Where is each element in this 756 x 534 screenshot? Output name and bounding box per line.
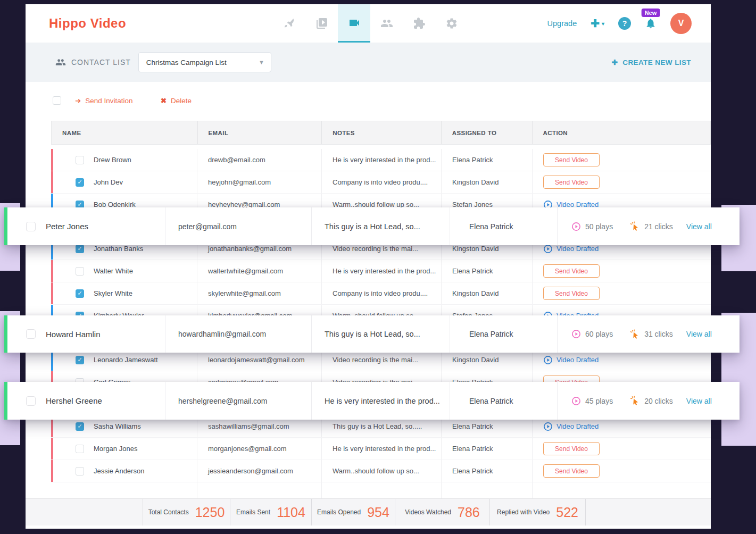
contact-name: Jonathan Banks	[94, 245, 143, 253]
contact-name: Peter Jones	[46, 222, 88, 231]
highlighted-contact-row[interactable]: Hershel Greene hershelgreene@gmail.com H…	[4, 382, 740, 420]
contact-action-cell: Send Video	[533, 438, 711, 460]
help-button[interactable]: ?	[618, 17, 631, 30]
screenshot-canvas: Hippo Video Upgrade ✚▾ ? New V CONTACT L…	[0, 0, 756, 534]
row-checkbox[interactable]: ✓	[76, 289, 84, 298]
footer-stat: Total Contacts 1250	[143, 499, 230, 525]
row-checkbox[interactable]	[26, 329, 36, 339]
select-all-checkbox[interactable]	[53, 96, 61, 105]
row-checkbox[interactable]: ✓	[76, 178, 84, 187]
contact-email: waltertwhite@gmail.com	[197, 260, 322, 282]
send-video-button[interactable]: Send Video	[543, 153, 600, 166]
contact-action-cell: Send Video	[533, 260, 711, 282]
nav-settings[interactable]	[435, 4, 468, 43]
contact-email: jessieanderson@gmail.com	[197, 460, 322, 482]
video-drafted-label: Video Drafted	[556, 422, 599, 430]
library-icon	[315, 17, 328, 30]
send-video-button[interactable]: Send Video	[543, 442, 600, 455]
col-header-assigned-to: ASSIGNED TO	[442, 121, 533, 144]
click-icon	[630, 329, 640, 339]
video-drafted-link[interactable]: Video Drafted	[543, 355, 599, 365]
row-checkbox[interactable]	[76, 267, 84, 276]
contact-assigned-to: Elena Patrick	[450, 382, 558, 420]
row-checkbox[interactable]: ✓	[76, 422, 84, 431]
nav-integrations[interactable]	[403, 4, 435, 43]
send-video-button[interactable]: Send Video	[543, 287, 600, 300]
contact-stats: 50 plays 21 clicks View all	[558, 207, 740, 245]
table-row: Walter White waltertwhite@gmail.com He i…	[51, 260, 711, 282]
row-checkbox[interactable]	[26, 396, 36, 406]
video-drafted-link[interactable]: Video Drafted	[543, 422, 599, 431]
contact-assigned-to: Elena Patrick	[450, 207, 558, 245]
bell-icon	[645, 18, 657, 29]
row-checkbox[interactable]	[76, 467, 84, 475]
puzzle-icon	[413, 17, 426, 30]
stats-footer: Total Contacts 1250 Emails Sent 1104 Ema…	[26, 498, 711, 525]
col-header-email: EMAIL	[198, 121, 322, 144]
avatar[interactable]: V	[670, 13, 692, 34]
chevron-down-icon: ▾	[602, 21, 604, 27]
send-video-button[interactable]: Send Video	[543, 464, 600, 478]
contact-notes: Company is into video produ....	[322, 171, 442, 193]
contact-assigned-to: Elena Patrick	[450, 315, 558, 353]
stat-value: 954	[367, 505, 389, 520]
play-icon	[571, 329, 581, 339]
upgrade-link[interactable]: Upgrade	[547, 19, 577, 28]
click-icon	[630, 396, 640, 406]
play-icon	[571, 222, 581, 231]
send-invitation-label: Send Invitation	[85, 97, 132, 105]
highlighted-contact-row[interactable]: Howard Hamlin howardhamlin@gmail.com Thi…	[4, 315, 740, 353]
videocam-icon	[348, 16, 361, 29]
contact-email: hershelgreene@gmail.com	[165, 382, 312, 420]
notifications-button[interactable]: New	[645, 18, 657, 29]
row-checkbox[interactable]	[76, 445, 84, 453]
send-invitation-button[interactable]: ➜Send Invitation	[75, 96, 133, 105]
row-checkbox[interactable]	[26, 222, 36, 231]
footer-stat: Replied with Video 522	[489, 499, 585, 525]
send-video-button[interactable]: Send Video	[543, 264, 600, 278]
stat-label: Replied with Video	[497, 508, 550, 516]
contacts-icon	[55, 57, 66, 68]
view-all-link[interactable]: View all	[686, 222, 712, 231]
quick-create-button[interactable]: ✚▾	[591, 17, 604, 30]
send-video-button[interactable]: Send Video	[543, 176, 600, 189]
app-window: Hippo Video Upgrade ✚▾ ? New V CONTACT L…	[26, 4, 711, 529]
contact-name: Morgan Jones	[94, 445, 137, 453]
row-checkbox[interactable]: ✓	[76, 245, 84, 253]
row-checkbox[interactable]: ✓	[76, 356, 84, 364]
contact-action-cell: Send Video	[533, 460, 711, 482]
footer-stat: Emails Opened 954	[311, 499, 395, 525]
clicks-label: 21 clicks	[644, 222, 673, 231]
contact-assigned-to: Elena Patrick	[442, 260, 533, 282]
nav-video-camera[interactable]	[338, 4, 370, 43]
caret-down-icon: ▼	[259, 59, 264, 65]
contact-notes: This guy is a Hot Lead, so...	[312, 207, 450, 245]
clicks-stat: 31 clicks	[630, 329, 673, 339]
delete-button[interactable]: ✖Delete	[161, 96, 192, 105]
contact-name: Skyler White	[94, 289, 132, 297]
hippo-video-logo: Hippo Video	[49, 16, 126, 31]
stat-value: 522	[556, 505, 578, 520]
play-icon	[571, 396, 581, 406]
nav-rocket[interactable]	[273, 4, 305, 43]
video-drafted-label: Video Drafted	[556, 245, 599, 253]
create-new-list-button[interactable]: ✚ CREATE NEW LIST	[612, 58, 691, 66]
plays-label: 60 plays	[585, 330, 613, 338]
view-all-link[interactable]: View all	[686, 397, 712, 405]
click-icon	[630, 221, 640, 231]
contact-name: John Dev	[94, 178, 123, 186]
stat-value: 1104	[277, 505, 305, 520]
view-all-link[interactable]: View all	[686, 330, 712, 338]
stat-label: Total Contacts	[148, 508, 189, 516]
highlighted-contact-row[interactable]: Peter Jones peter@gmail.com This guy is …	[4, 207, 740, 245]
row-checkbox[interactable]	[76, 156, 84, 164]
arrow-right-icon: ➜	[75, 96, 81, 105]
video-drafted-link[interactable]: Video Drafted	[543, 244, 599, 254]
nav-users[interactable]	[370, 4, 403, 43]
contact-notes: He is very interested in the prod...	[312, 382, 450, 420]
users-icon	[380, 17, 393, 30]
plays-label: 50 plays	[585, 222, 613, 231]
list-select-dropdown[interactable]: Christmas Campaign List ▼	[138, 52, 271, 72]
nav-video-library[interactable]	[305, 4, 338, 43]
contact-notes: He is very interested in the prod...	[322, 438, 442, 460]
